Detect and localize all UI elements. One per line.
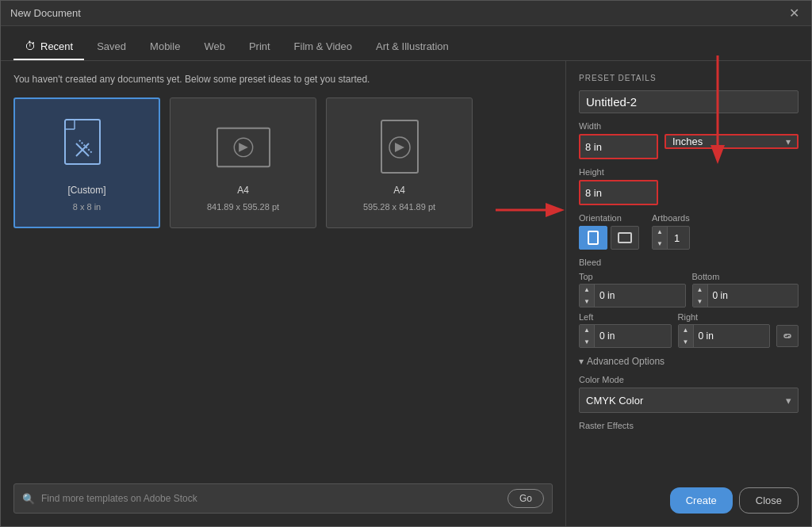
title-bar: New Document ✕ [1, 1, 811, 26]
bleed-right-decrement-button[interactable]: ▼ [679, 336, 693, 348]
tab-print[interactable]: Print [238, 34, 282, 60]
orientation-label: Orientation [579, 213, 639, 223]
bleed-left-increment-button[interactable]: ▲ [580, 324, 594, 336]
landscape-orientation-button[interactable] [611, 226, 639, 250]
orientation-artboard-row: Orientation Artboards [579, 213, 799, 250]
tab-mobile[interactable]: Mobile [139, 34, 191, 60]
preset-a4-landscape[interactable]: A4 841.89 x 595.28 pt [170, 97, 316, 228]
bleed-top-increment-button[interactable]: ▲ [580, 284, 594, 296]
artboard-input-row: ▲ ▼ 1 [652, 226, 690, 250]
content-area: You haven't created any documents yet. B… [1, 61, 811, 526]
svg-rect-0 [65, 120, 100, 164]
bleed-bottom-value: 0 in [708, 290, 799, 301]
bleed-right-label: Right [678, 312, 771, 322]
bleed-top-stepper: ▲ ▼ [580, 284, 595, 307]
tab-film[interactable]: Film & Video [283, 34, 363, 60]
bleed-left-value: 0 in [595, 330, 671, 342]
bleed-left-right-row: Left ▲ ▼ 0 in Right [579, 312, 799, 348]
title-close-button[interactable]: ✕ [786, 6, 802, 21]
bleed-right-field: Right ▲ ▼ 0 in [678, 312, 771, 348]
width-group: Width [579, 121, 658, 159]
clock-icon: ⏱ [25, 40, 36, 52]
presets-grid: [Custom] 8 x 8 in A4 84 [13, 97, 553, 228]
bleed-bottom-increment-button[interactable]: ▲ [693, 284, 707, 296]
unit-chevron-icon: ▾ [786, 136, 791, 147]
intro-text: You haven't created any documents yet. B… [13, 74, 553, 85]
color-mode-section: Color Mode CMYK Color RGB Color Grayscal… [579, 375, 799, 413]
bleed-section: Bleed Top ▲ ▼ 0 in [579, 258, 799, 348]
bleed-left-field: Left ▲ ▼ 0 in [579, 312, 672, 348]
color-mode-chevron-icon: ▾ [786, 395, 791, 407]
go-button[interactable]: Go [508, 489, 544, 508]
bleed-label: Bleed [579, 258, 799, 267]
bleed-top-input-row: ▲ ▼ 0 in [579, 284, 686, 307]
bleed-top-decrement-button[interactable]: ▼ [580, 296, 594, 307]
preset-custom-name: [Custom] [67, 185, 105, 196]
preset-details-label: PRESET DETAILS [579, 74, 799, 82]
bleed-right-stepper: ▲ ▼ [679, 324, 694, 348]
bleed-right-increment-button[interactable]: ▲ [679, 324, 693, 336]
svg-rect-10 [588, 231, 598, 244]
preset-custom[interactable]: [Custom] 8 x 8 in [13, 97, 160, 228]
bleed-bottom-field: Bottom ▲ ▼ 0 in [692, 272, 799, 307]
doc-name-input[interactable] [579, 90, 799, 113]
orientation-buttons [579, 226, 639, 250]
artboard-value: 1 [668, 232, 686, 244]
unit-group: Unit Pixels Inches Centimeters Millimete… [665, 121, 799, 149]
bleed-right-input-row: ▲ ▼ 0 in [678, 324, 771, 348]
artboard-stepper: ▲ ▼ [653, 226, 668, 250]
preset-a4-portrait-size: 595.28 x 841.89 pt [363, 202, 435, 212]
height-input[interactable] [585, 187, 652, 199]
bleed-right-value: 0 in [694, 330, 770, 342]
artboard-decrement-button[interactable]: ▼ [653, 238, 667, 250]
width-input[interactable] [585, 141, 652, 153]
search-input[interactable] [41, 493, 501, 504]
preset-a4-portrait-icon [372, 115, 427, 178]
preset-custom-size: 8 x 8 in [73, 202, 101, 212]
search-bar: 🔍 Go [13, 483, 553, 514]
chevron-down-icon: ▾ [579, 356, 584, 367]
tab-recent[interactable]: ⏱ Recent [13, 33, 84, 60]
close-button[interactable]: Close [739, 487, 799, 514]
create-button[interactable]: Create [670, 487, 733, 514]
advanced-options-toggle[interactable]: ▾ Advanced Options [579, 356, 799, 367]
color-mode-select-box[interactable]: CMYK Color RGB Color Grayscale ▾ [579, 388, 799, 413]
color-mode-label: Color Mode [579, 375, 799, 384]
footer-buttons: Create Close [579, 481, 799, 514]
bleed-top-field: Top ▲ ▼ 0 in [579, 272, 686, 307]
bleed-top-label: Top [579, 272, 686, 281]
artboards-label: Artboards [652, 213, 690, 223]
width-label: Width [579, 121, 658, 131]
bleed-left-input-row: ▲ ▼ 0 in [579, 324, 672, 348]
bleed-top-bottom-row: Top ▲ ▼ 0 in Bottom [579, 272, 799, 307]
tab-art[interactable]: Art & Illustration [365, 34, 460, 60]
tab-web[interactable]: Web [193, 34, 236, 60]
tab-saved[interactable]: Saved [86, 34, 137, 60]
color-mode-select[interactable]: CMYK Color RGB Color Grayscale [586, 395, 786, 407]
bleed-left-label: Left [579, 312, 672, 322]
link-bleed-button[interactable] [776, 325, 799, 347]
portrait-orientation-button[interactable] [579, 226, 607, 250]
bleed-bottom-decrement-button[interactable]: ▼ [693, 296, 707, 307]
bleed-bottom-stepper: ▲ ▼ [693, 284, 708, 307]
bleed-bottom-label: Bottom [692, 272, 799, 281]
orientation-group: Orientation [579, 213, 639, 250]
width-unit-row: Width Unit Pixels Inches Centimeters [579, 121, 799, 159]
artboard-group: Artboards ▲ ▼ 1 [652, 213, 690, 250]
width-input-box [579, 134, 658, 159]
preset-a4-landscape-icon [216, 115, 271, 178]
search-icon: 🔍 [22, 493, 35, 505]
dialog-title: New Document [10, 7, 81, 19]
raster-effects-label: Raster Effects [579, 421, 799, 430]
unit-select[interactable]: Pixels Inches Centimeters Millimeters Po… [672, 136, 786, 147]
preset-a4-landscape-name: A4 [237, 185, 249, 196]
left-panel: You haven't created any documents yet. B… [1, 61, 565, 526]
height-label: Height [579, 167, 799, 177]
unit-select-box[interactable]: Pixels Inches Centimeters Millimeters Po… [665, 134, 799, 149]
height-input-box [579, 180, 658, 205]
bleed-left-decrement-button[interactable]: ▼ [580, 336, 594, 348]
height-group: Height [579, 167, 799, 205]
preset-custom-icon [59, 115, 115, 178]
preset-a4-portrait[interactable]: A4 595.28 x 841.89 pt [326, 97, 473, 228]
artboard-increment-button[interactable]: ▲ [653, 226, 667, 238]
